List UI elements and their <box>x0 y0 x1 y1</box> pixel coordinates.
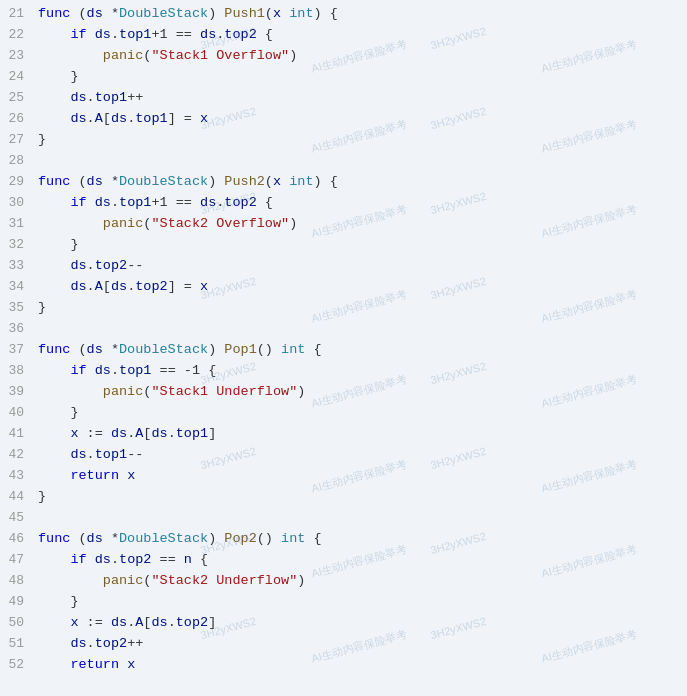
code-line: 52 return x <box>0 655 687 676</box>
code-line: 32 } <box>0 235 687 256</box>
line-number: 38 <box>0 361 38 381</box>
line-content: } <box>38 235 79 256</box>
line-content: ds.top1++ <box>38 88 143 109</box>
code-line: 37func (ds *DoubleStack) Pop1() int { <box>0 340 687 361</box>
code-line: 50 x := ds.A[ds.top2] <box>0 613 687 634</box>
line-number: 29 <box>0 172 38 192</box>
line-content: } <box>38 298 46 319</box>
line-content: panic("Stack2 Overflow") <box>38 214 297 235</box>
line-content: if ds.top1 == -1 { <box>38 361 216 382</box>
line-content: func (ds *DoubleStack) Pop1() int { <box>38 340 322 361</box>
line-number: 52 <box>0 655 38 675</box>
code-line: 23 panic("Stack1 Overflow") <box>0 46 687 67</box>
line-number: 27 <box>0 130 38 150</box>
line-content: return x <box>38 466 135 487</box>
line-content: } <box>38 67 79 88</box>
line-content: } <box>38 487 46 508</box>
code-line: 47 if ds.top2 == n { <box>0 550 687 571</box>
code-line: 46func (ds *DoubleStack) Pop2() int { <box>0 529 687 550</box>
line-number: 32 <box>0 235 38 255</box>
line-number: 50 <box>0 613 38 633</box>
line-number: 47 <box>0 550 38 570</box>
code-line: 41 x := ds.A[ds.top1] <box>0 424 687 445</box>
line-number: 41 <box>0 424 38 444</box>
line-number: 23 <box>0 46 38 66</box>
code-line: 36 <box>0 319 687 340</box>
code-line: 27} <box>0 130 687 151</box>
code-line: 24 } <box>0 67 687 88</box>
code-line: 31 panic("Stack2 Overflow") <box>0 214 687 235</box>
line-content: panic("Stack1 Overflow") <box>38 46 297 67</box>
code-line: 45 <box>0 508 687 529</box>
code-line: 40 } <box>0 403 687 424</box>
code-line: 51 ds.top2++ <box>0 634 687 655</box>
code-line: 42 ds.top1-- <box>0 445 687 466</box>
code-line: 30 if ds.top1+1 == ds.top2 { <box>0 193 687 214</box>
code-line: 22 if ds.top1+1 == ds.top2 { <box>0 25 687 46</box>
code-line: 21func (ds *DoubleStack) Push1(x int) { <box>0 4 687 25</box>
line-number: 34 <box>0 277 38 297</box>
code-line: 28 <box>0 151 687 172</box>
line-number: 35 <box>0 298 38 318</box>
line-content: panic("Stack1 Underflow") <box>38 382 305 403</box>
line-content: return x <box>38 655 135 676</box>
line-content: } <box>38 130 46 151</box>
code-line: 49 } <box>0 592 687 613</box>
line-content: } <box>38 592 79 613</box>
line-number: 28 <box>0 151 38 171</box>
line-number: 37 <box>0 340 38 360</box>
line-content: if ds.top2 == n { <box>38 550 208 571</box>
line-number: 39 <box>0 382 38 402</box>
line-number: 45 <box>0 508 38 528</box>
line-number: 40 <box>0 403 38 423</box>
line-content: ds.A[ds.top1] = x <box>38 109 208 130</box>
line-content: func (ds *DoubleStack) Push2(x int) { <box>38 172 338 193</box>
line-content: func (ds *DoubleStack) Push1(x int) { <box>38 4 338 25</box>
line-number: 21 <box>0 4 38 24</box>
line-number: 26 <box>0 109 38 129</box>
line-number: 25 <box>0 88 38 108</box>
line-number: 36 <box>0 319 38 339</box>
line-content: if ds.top1+1 == ds.top2 { <box>38 25 273 46</box>
line-number: 44 <box>0 487 38 507</box>
line-number: 24 <box>0 67 38 87</box>
line-number: 31 <box>0 214 38 234</box>
line-content: ds.top1-- <box>38 445 143 466</box>
line-content: func (ds *DoubleStack) Pop2() int { <box>38 529 322 550</box>
line-content: ds.A[ds.top2] = x <box>38 277 208 298</box>
code-line: 43 return x <box>0 466 687 487</box>
code-line: 48 panic("Stack2 Underflow") <box>0 571 687 592</box>
code-line: 39 panic("Stack1 Underflow") <box>0 382 687 403</box>
code-line: 29func (ds *DoubleStack) Push2(x int) { <box>0 172 687 193</box>
line-number: 33 <box>0 256 38 276</box>
line-content: if ds.top1+1 == ds.top2 { <box>38 193 273 214</box>
code-editor: 21func (ds *DoubleStack) Push1(x int) {2… <box>0 0 687 696</box>
line-content: ds.top2++ <box>38 634 143 655</box>
code-line: 38 if ds.top1 == -1 { <box>0 361 687 382</box>
code-lines: 21func (ds *DoubleStack) Push1(x int) {2… <box>0 4 687 676</box>
line-number: 51 <box>0 634 38 654</box>
line-number: 30 <box>0 193 38 213</box>
line-number: 46 <box>0 529 38 549</box>
line-content: panic("Stack2 Underflow") <box>38 571 305 592</box>
code-line: 44} <box>0 487 687 508</box>
line-number: 22 <box>0 25 38 45</box>
line-content: ds.top2-- <box>38 256 143 277</box>
line-content: x := ds.A[ds.top1] <box>38 424 216 445</box>
line-content: } <box>38 403 79 424</box>
line-number: 48 <box>0 571 38 591</box>
code-line: 34 ds.A[ds.top2] = x <box>0 277 687 298</box>
line-number: 49 <box>0 592 38 612</box>
line-content: x := ds.A[ds.top2] <box>38 613 216 634</box>
line-number: 42 <box>0 445 38 465</box>
code-line: 25 ds.top1++ <box>0 88 687 109</box>
code-line: 33 ds.top2-- <box>0 256 687 277</box>
code-line: 26 ds.A[ds.top1] = x <box>0 109 687 130</box>
line-number: 43 <box>0 466 38 486</box>
code-line: 35} <box>0 298 687 319</box>
